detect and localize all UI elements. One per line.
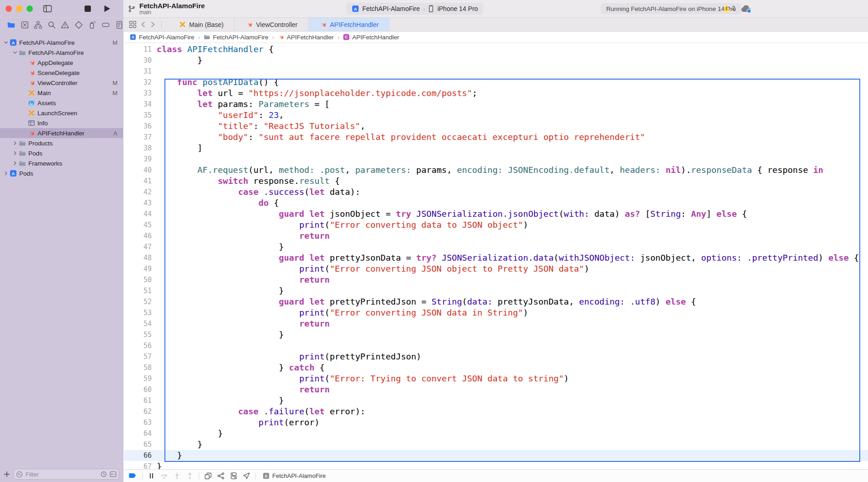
sidebar-item-frameworks[interactable]: Frameworks <box>0 158 123 168</box>
filter-field[interactable]: Filter <box>13 469 119 480</box>
code-text[interactable]: AF.request(url, method: .post, parameter… <box>152 165 823 176</box>
code-text[interactable]: func postAPIData() { <box>152 77 279 88</box>
issue-navigator-icon[interactable] <box>61 21 69 29</box>
code-text[interactable]: } <box>152 450 182 461</box>
line-number[interactable]: 44 <box>124 209 152 220</box>
sidebar-item-assets[interactable]: Assets <box>0 98 123 108</box>
code-text[interactable]: } <box>152 395 284 406</box>
line-number[interactable]: 43 <box>124 198 152 209</box>
line-number[interactable]: 57 <box>124 351 152 362</box>
breadcrumb-item[interactable]: CAPIFetchHandler <box>343 34 399 41</box>
line-number[interactable]: 11 <box>124 44 152 55</box>
sidebar-item-main[interactable]: MainM <box>0 88 123 98</box>
tab-main-base-[interactable]: Main (Base) <box>168 18 235 31</box>
code-text[interactable]: print(error) <box>152 417 319 428</box>
code-text[interactable]: "userId": 23, <box>152 110 284 121</box>
stop-button[interactable] <box>83 4 92 13</box>
line-number[interactable]: 30 <box>124 55 152 66</box>
test-navigator-icon[interactable] <box>74 21 83 29</box>
line-number[interactable]: 35 <box>124 110 152 121</box>
line-number[interactable]: 54 <box>124 318 152 329</box>
scheme-selector[interactable]: A FetchAPI-AlamoFire › iPhone 14 Pro <box>346 3 483 15</box>
code-text[interactable]: guard let prettyJsonData = try? JSONSeri… <box>152 252 859 263</box>
find-navigator-icon[interactable] <box>48 21 56 29</box>
line-number[interactable]: 42 <box>124 187 152 198</box>
line-number[interactable]: 34 <box>124 99 152 110</box>
line-number[interactable]: 64 <box>124 428 152 439</box>
code-text[interactable]: guard let jsonObject = try JSONSerializa… <box>152 209 747 220</box>
tab-overview-icon[interactable] <box>129 21 137 28</box>
breadcrumb-item[interactable]: AFetchAPI-AlamoFire <box>130 34 195 41</box>
line-number[interactable]: 38 <box>124 143 152 154</box>
code-text[interactable]: print("Error: Trying to convert JSON dat… <box>152 373 569 384</box>
code-text[interactable] <box>152 340 157 351</box>
forward-button[interactable] <box>150 21 156 28</box>
project-navigator-icon[interactable] <box>7 21 16 29</box>
line-number[interactable]: 53 <box>124 307 152 318</box>
line-number[interactable]: 45 <box>124 220 152 230</box>
code-text[interactable] <box>152 66 157 77</box>
disclosure-closed-icon[interactable] <box>12 160 18 166</box>
breakpoint-navigator-icon[interactable] <box>101 21 110 29</box>
disclosure-open-icon[interactable] <box>3 39 9 46</box>
debug-navigator-icon[interactable] <box>88 21 96 29</box>
code-text[interactable]: guard let prettyPrintedJson = String(dat… <box>152 296 696 307</box>
code-editor[interactable]: 11class APIFetchHandler {30 }3132 func p… <box>124 43 868 469</box>
line-number[interactable]: 55 <box>124 329 152 340</box>
code-text[interactable]: } catch { <box>152 362 325 373</box>
code-text[interactable]: } <box>152 329 284 340</box>
sidebar-item-appdelegate[interactable]: AppDelegate <box>0 58 123 68</box>
code-text[interactable]: print("Error converting data to JSON obj… <box>152 220 528 230</box>
code-text[interactable]: } <box>152 461 162 469</box>
pause-icon[interactable] <box>148 472 155 480</box>
code-text[interactable] <box>152 154 157 165</box>
add-item-icon[interactable] <box>4 471 10 477</box>
source-control-status-icon[interactable] <box>110 471 116 477</box>
breakpoints-toggle-icon[interactable] <box>128 473 137 479</box>
line-number[interactable]: 47 <box>124 241 152 252</box>
recent-files-icon[interactable] <box>101 471 107 477</box>
view-hierarchy-icon[interactable] <box>204 472 212 480</box>
line-number[interactable]: 46 <box>124 230 152 241</box>
memory-graph-icon[interactable] <box>217 472 225 480</box>
sidebar-item-viewcontroller[interactable]: ViewControllerM <box>0 78 123 88</box>
sidebar-item-fetchapi-alamofire[interactable]: AFetchAPI-AlamoFireM <box>0 37 123 48</box>
line-number[interactable]: 36 <box>124 121 152 132</box>
warning-badge[interactable]: 2 <box>723 5 735 11</box>
line-number[interactable]: 48 <box>124 252 152 263</box>
line-number[interactable]: 56 <box>124 340 152 351</box>
sidebar-item-pods[interactable]: APods <box>0 168 123 178</box>
breadcrumb-item[interactable]: FetchAPI-AlamoFire <box>204 34 269 41</box>
sidebar-item-scenedelegate[interactable]: SceneDelegate <box>0 68 123 78</box>
line-number[interactable]: 37 <box>124 132 152 143</box>
code-text[interactable]: "body": "sunt aut facere repellat provid… <box>152 132 645 143</box>
line-number[interactable]: 49 <box>124 263 152 274</box>
code-text[interactable]: case .success(let data): <box>152 187 360 198</box>
run-button[interactable] <box>102 4 111 13</box>
line-number[interactable]: 62 <box>124 406 152 417</box>
line-number[interactable]: 58 <box>124 362 152 373</box>
source-control-navigator-icon[interactable] <box>21 21 29 29</box>
simulate-location-icon[interactable] <box>243 472 250 480</box>
line-number[interactable]: 63 <box>124 417 152 428</box>
line-number[interactable]: 67 <box>124 461 152 469</box>
line-number[interactable]: 59 <box>124 373 152 384</box>
code-text[interactable]: return <box>152 230 330 241</box>
line-number[interactable]: 60 <box>124 384 152 395</box>
disclosure-closed-icon[interactable] <box>12 140 18 146</box>
tab-viewcontroller[interactable]: ViewController <box>235 18 309 31</box>
line-number[interactable]: 33 <box>124 88 152 99</box>
line-number[interactable]: 65 <box>124 439 152 450</box>
code-text[interactable]: } <box>152 241 284 252</box>
code-text[interactable]: let params: Parameters = [ <box>152 99 330 110</box>
code-text[interactable]: case .failure(let error): <box>152 406 365 417</box>
code-text[interactable]: let url = "https://jsonplaceholder.typic… <box>152 88 477 99</box>
zoom-window-button[interactable] <box>26 5 33 12</box>
symbol-navigator-icon[interactable] <box>34 21 42 29</box>
code-text[interactable]: } <box>152 439 202 450</box>
report-navigator-icon[interactable] <box>115 21 124 29</box>
sidebar-item-fetchapi-alamofire[interactable]: FetchAPI-AlamoFire <box>0 48 123 58</box>
line-number[interactable]: 50 <box>124 274 152 285</box>
line-number[interactable]: 61 <box>124 395 152 406</box>
back-button[interactable] <box>140 21 146 28</box>
